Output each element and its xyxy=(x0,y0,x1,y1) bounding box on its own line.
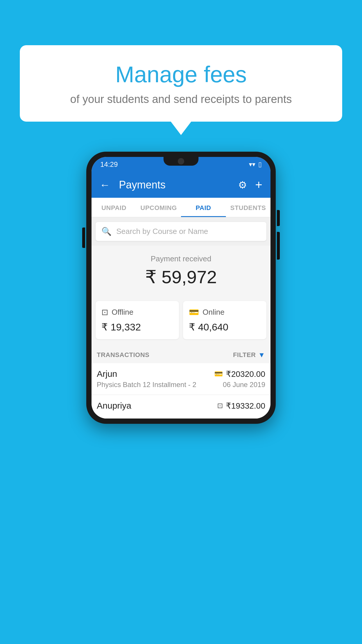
phone-screen: 14:29 ▾▾ ▯ ← Payments ⚙ + UNPAID UPCOMIN… xyxy=(92,157,270,419)
status-time: 14:29 xyxy=(100,160,118,169)
phone-outer: 14:29 ▾▾ ▯ ← Payments ⚙ + UNPAID UPCOMIN… xyxy=(86,152,276,424)
speech-bubble-container: Manage fees of your students and send re… xyxy=(20,45,342,122)
transaction-amount-wrap: ⊡ ₹19332.00 xyxy=(217,401,265,411)
transaction-row[interactable]: Arjun 💳 ₹20320.00 Physics Batch 12 Insta… xyxy=(92,363,270,395)
transactions-header: TRANSACTIONS FILTER ▼ xyxy=(92,346,270,363)
transaction-name: Arjun xyxy=(97,369,117,379)
tab-upcoming[interactable]: UPCOMING xyxy=(136,198,181,217)
wifi-icon: ▾▾ xyxy=(249,161,255,168)
volume-button xyxy=(82,228,85,248)
add-button[interactable]: + xyxy=(255,178,262,192)
tabs-bar: UNPAID UPCOMING PAID STUDENTS xyxy=(92,198,270,217)
payment-cards-row: ⊡ Offline ₹ 19,332 💳 Online ₹ 40,640 xyxy=(92,296,270,346)
filter-button[interactable]: FILTER ▼ xyxy=(233,351,265,359)
online-amount: ₹ 40,640 xyxy=(189,321,228,333)
transaction-row[interactable]: Anupriya ⊡ ₹19332.00 xyxy=(92,395,270,419)
search-bar[interactable]: 🔍 Search by Course or Name xyxy=(96,222,266,241)
bubble-subtitle: of your students and send receipts to pa… xyxy=(37,93,325,106)
search-input[interactable]: Search by Course or Name xyxy=(116,227,208,236)
transaction-cash-icon: ⊡ xyxy=(217,402,223,410)
offline-label: Offline xyxy=(112,308,133,317)
speech-bubble: Manage fees of your students and send re… xyxy=(20,45,342,122)
bubble-title: Manage fees xyxy=(37,61,325,88)
transaction-amount: ₹20320.00 xyxy=(226,369,265,379)
filter-label: FILTER xyxy=(233,351,256,359)
offline-amount: ₹ 19,332 xyxy=(101,321,141,333)
payment-received-label: Payment received xyxy=(97,254,265,263)
app-title: Payments xyxy=(119,179,232,191)
app-bar: ← Payments ⚙ + xyxy=(92,172,270,198)
transaction-date: 06 June 2019 xyxy=(223,381,265,389)
transaction-desc: Physics Batch 12 Installment - 2 xyxy=(97,381,196,389)
offline-card-header: ⊡ Offline xyxy=(101,307,133,317)
transactions-label: TRANSACTIONS xyxy=(97,351,150,359)
transaction-amount-wrap: 💳 ₹20320.00 xyxy=(214,369,265,379)
back-button[interactable]: ← xyxy=(100,179,110,191)
search-icon: 🔍 xyxy=(101,227,112,236)
filter-icon: ▼ xyxy=(258,351,265,359)
payment-received-amount: ₹ 59,972 xyxy=(97,266,265,288)
transaction-card-icon: 💳 xyxy=(214,370,223,378)
tab-students[interactable]: STUDENTS xyxy=(226,198,271,217)
power-button-mid xyxy=(277,232,280,260)
payment-received-section: Payment received ₹ 59,972 xyxy=(92,246,270,296)
tab-paid[interactable]: PAID xyxy=(181,198,226,217)
tab-unpaid[interactable]: UNPAID xyxy=(92,198,136,217)
online-label: Online xyxy=(203,308,224,317)
online-icon: 💳 xyxy=(189,307,199,317)
phone-camera xyxy=(178,158,184,164)
transaction-amount: ₹19332.00 xyxy=(226,401,265,411)
transaction-top: Arjun 💳 ₹20320.00 xyxy=(97,369,265,379)
transaction-name: Anupriya xyxy=(97,401,131,411)
transaction-top: Anupriya ⊡ ₹19332.00 xyxy=(97,401,265,411)
phone-notch xyxy=(164,157,198,166)
online-card: 💳 Online ₹ 40,640 xyxy=(183,301,266,339)
offline-card: ⊡ Offline ₹ 19,332 xyxy=(96,301,179,339)
power-button-top xyxy=(277,210,280,226)
online-card-header: 💳 Online xyxy=(189,307,224,317)
phone-frame: 14:29 ▾▾ ▯ ← Payments ⚙ + UNPAID UPCOMIN… xyxy=(86,152,276,424)
battery-icon: ▯ xyxy=(258,161,262,168)
transaction-bottom: Physics Batch 12 Installment - 2 06 June… xyxy=(97,381,265,389)
status-icons: ▾▾ ▯ xyxy=(249,161,262,168)
offline-icon: ⊡ xyxy=(101,307,108,317)
settings-button[interactable]: ⚙ xyxy=(238,179,247,191)
